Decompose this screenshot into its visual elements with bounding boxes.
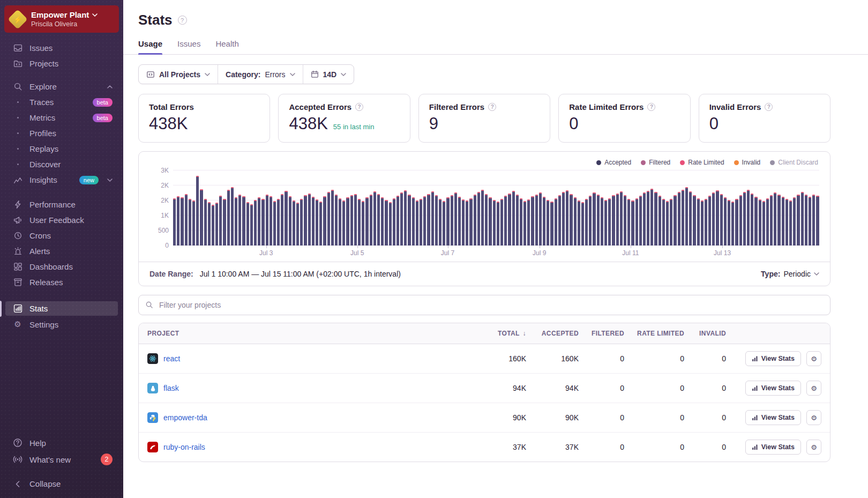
bar xyxy=(647,191,649,246)
legend-item-client-discard[interactable]: Client Discard xyxy=(770,159,818,166)
view-stats-button[interactable]: View Stats xyxy=(745,351,801,366)
filtered-cell: 0 xyxy=(579,354,624,363)
bar xyxy=(604,200,607,246)
column-header-filtered[interactable]: FILTERED xyxy=(579,330,624,337)
chevron-up-icon xyxy=(107,85,113,88)
sidebar-item-label: Releases xyxy=(29,278,63,287)
bar xyxy=(181,197,183,246)
sidebar-footer: Help What's new 2 Collapse xyxy=(0,435,123,498)
project-settings-button[interactable]: ⚙ xyxy=(806,410,821,425)
legend-label: Client Discard xyxy=(778,159,818,166)
project-link[interactable]: flask xyxy=(163,384,179,392)
sidebar-item-label: Discover xyxy=(29,160,61,169)
sidebar-item-label: Collapse xyxy=(29,479,61,488)
org-logo-icon: ⚡ xyxy=(8,9,27,29)
type-dropdown[interactable]: Type: Periodic xyxy=(761,270,819,278)
sidebar-item-stats[interactable]: Stats xyxy=(5,301,118,316)
help-icon[interactable]: ? xyxy=(765,103,773,111)
project-settings-button[interactable]: ⚙ xyxy=(806,440,821,455)
sidebar-item-whats-new[interactable]: What's new 2 xyxy=(5,451,118,468)
bar xyxy=(370,195,372,246)
column-header-total[interactable]: TOTAL ↓ xyxy=(465,330,526,337)
sidebar-item-releases[interactable]: Releases xyxy=(5,275,118,289)
tab-usage[interactable]: Usage xyxy=(138,39,162,54)
project-link[interactable]: ruby-on-rails xyxy=(163,443,205,451)
project-link[interactable]: empower-tda xyxy=(163,413,207,422)
chevron-left-icon xyxy=(12,481,23,487)
bar xyxy=(277,199,280,246)
help-icon[interactable]: ? xyxy=(647,103,655,111)
bar xyxy=(697,198,700,246)
sidebar-item-replays[interactable]: Replays xyxy=(5,142,118,156)
sidebar-item-traces[interactable]: Traces beta xyxy=(5,95,118,109)
tab-issues[interactable]: Issues xyxy=(177,39,200,54)
type-value: Periodic xyxy=(783,270,811,278)
view-stats-button[interactable]: View Stats xyxy=(745,440,801,455)
sidebar-item-profiles[interactable]: Profiles xyxy=(5,126,118,140)
sidebar-item-issues[interactable]: Issues xyxy=(5,41,118,55)
sidebar-item-metrics[interactable]: Metrics beta xyxy=(5,110,118,125)
project-settings-button[interactable]: ⚙ xyxy=(806,381,821,396)
sidebar-item-performance[interactable]: Performance xyxy=(5,197,118,212)
category-filter-dropdown[interactable]: Category: Errors xyxy=(218,65,302,84)
column-header-accepted[interactable]: ACCEPTED xyxy=(526,330,579,337)
date-range-dropdown[interactable]: 14D xyxy=(303,65,354,84)
bar xyxy=(759,199,761,246)
project-filter-dropdown[interactable]: All Projects xyxy=(139,65,218,84)
x-axis-label: Jul 7 xyxy=(441,249,454,257)
legend-item-invalid[interactable]: Invalid xyxy=(734,159,761,166)
bar xyxy=(735,199,738,246)
bar xyxy=(346,197,349,246)
view-stats-button[interactable]: View Stats xyxy=(745,381,801,396)
column-header-invalid[interactable]: INVALID xyxy=(684,330,726,337)
tab-health[interactable]: Health xyxy=(215,39,238,54)
issues-icon xyxy=(12,43,23,53)
legend-item-accepted[interactable]: Accepted xyxy=(596,159,631,166)
bar xyxy=(296,203,299,246)
sidebar-item-dashboards[interactable]: Dashboards xyxy=(5,259,118,274)
bar-chart-icon xyxy=(752,414,758,421)
sidebar-item-crons[interactable]: Crons xyxy=(5,228,118,243)
help-icon[interactable]: ? xyxy=(355,103,363,111)
view-stats-button[interactable]: View Stats xyxy=(745,410,801,425)
page-help-icon[interactable]: ? xyxy=(178,16,187,25)
sidebar-item-explore[interactable]: Explore xyxy=(5,79,118,94)
column-header-project[interactable]: PROJECT xyxy=(147,330,465,337)
bar xyxy=(196,176,199,246)
lightning-icon xyxy=(12,200,23,209)
bar xyxy=(543,197,545,246)
help-icon[interactable]: ? xyxy=(488,103,496,111)
bar xyxy=(812,195,815,246)
chart-legend: AcceptedFilteredRate LimitedInvalidClien… xyxy=(149,159,819,166)
sidebar-collapse-button[interactable]: Collapse xyxy=(5,477,118,491)
sidebar-item-alerts[interactable]: Alerts xyxy=(5,244,118,258)
bar xyxy=(327,192,330,246)
legend-dot xyxy=(770,160,775,165)
column-header-rate-limited[interactable]: RATE LIMITED xyxy=(624,330,684,337)
project-settings-button[interactable]: ⚙ xyxy=(806,351,821,366)
project-link[interactable]: react xyxy=(163,354,180,363)
stats-icon xyxy=(12,304,23,313)
project-search xyxy=(138,295,830,315)
bar xyxy=(312,197,315,246)
bar xyxy=(724,197,727,246)
bar xyxy=(358,199,361,246)
bar xyxy=(774,192,776,246)
bar xyxy=(620,191,623,246)
legend-item-filtered[interactable]: Filtered xyxy=(641,159,670,166)
bar xyxy=(805,195,807,246)
bar xyxy=(446,197,449,246)
sidebar-item-insights[interactable]: Insights new xyxy=(5,173,118,187)
sidebar-item-discover[interactable]: Discover xyxy=(5,157,118,172)
sidebar-item-projects[interactable]: Projects xyxy=(5,56,118,71)
bar xyxy=(527,199,530,246)
total-cell: 94K xyxy=(465,384,526,392)
sidebar-item-user-feedback[interactable]: User Feedback xyxy=(5,213,118,227)
org-switcher[interactable]: ⚡ Empower Plant Priscila Oliveira xyxy=(4,5,119,33)
stat-card: Invalid Errors? 0 xyxy=(699,94,830,143)
legend-item-rate-limited[interactable]: Rate Limited xyxy=(680,159,724,166)
sidebar-item-settings[interactable]: ⚙ Settings xyxy=(5,317,118,332)
sidebar-item-help[interactable]: Help xyxy=(5,435,118,450)
search-input[interactable] xyxy=(138,295,830,315)
bar xyxy=(339,198,341,246)
